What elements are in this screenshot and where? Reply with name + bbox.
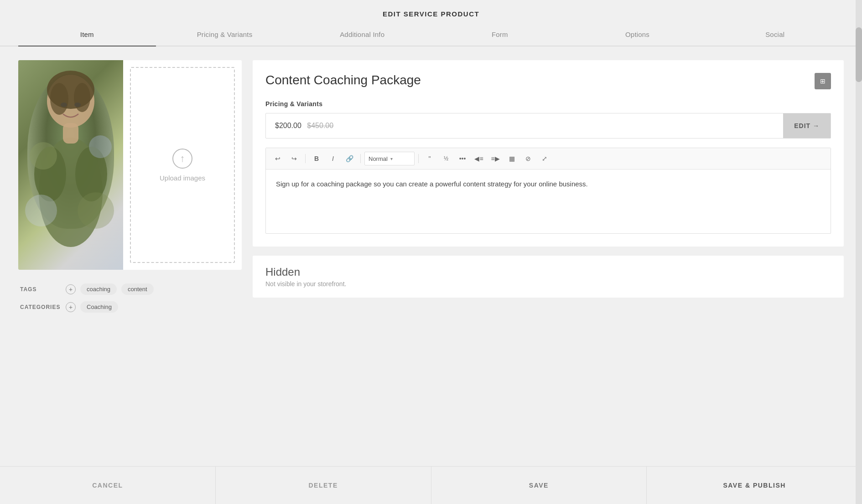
categories-row: CATEGORIES + Coaching (20, 301, 240, 313)
redo-button[interactable]: ↪ (287, 152, 301, 165)
link-button[interactable]: 🔗 (342, 152, 357, 165)
tab-pricing-variants[interactable]: Pricing & Variants (156, 22, 294, 46)
product-menu-button[interactable]: ⊞ (815, 73, 831, 89)
tags-label: TAGS (20, 286, 61, 293)
pricing-row: $200.00 $450.00 EDIT → (265, 113, 831, 139)
editor-text: Sign up for a coaching package so you ca… (276, 180, 588, 188)
tabs-bar: Item Pricing & Variants Additional Info … (0, 22, 862, 46)
product-image (18, 60, 123, 270)
tag-chip-coaching[interactable]: coaching (80, 283, 117, 295)
bullet-button[interactable]: ••• (455, 152, 470, 165)
toolbar-divider-1 (305, 154, 306, 163)
right-panel: Content Coaching Package ⊞ Pricing & Var… (253, 60, 844, 298)
style-selector-value: Normal (369, 155, 388, 162)
categories-label: CATEGORIES (20, 304, 61, 310)
menu-icon: ⊞ (820, 77, 826, 85)
svg-point-11 (89, 135, 112, 158)
svg-rect-7 (63, 123, 78, 144)
svg-point-8 (61, 103, 67, 107)
tab-additional-info[interactable]: Additional Info (293, 22, 431, 46)
tab-options[interactable]: Options (569, 22, 706, 46)
visibility-subtitle: Not visible in your storefront. (265, 280, 831, 288)
expand-button[interactable]: ⤢ (537, 152, 552, 165)
toolbar-divider-3 (418, 154, 419, 163)
visibility-status: Hidden Not visible in your storefront. (253, 256, 844, 298)
clear-format-button[interactable]: ⊘ (521, 152, 535, 165)
editor-toolbar: ↩ ↪ B I 🔗 Normal ▾ " ½ ••• ◀≡ (266, 148, 831, 170)
blockquote-button[interactable]: " (422, 152, 437, 165)
upload-icon: ↑ (172, 149, 192, 169)
indent-button[interactable]: ≡▶ (488, 152, 503, 165)
bold-button[interactable]: B (309, 152, 324, 165)
person-illustration (23, 65, 119, 261)
left-panel: ↑ Upload images TAGS + coaching content … (18, 60, 242, 319)
original-price: $450.00 (307, 122, 333, 129)
edit-pricing-button[interactable]: EDIT → (783, 113, 831, 138)
style-selector[interactable]: Normal ▾ (364, 152, 415, 165)
svg-point-12 (78, 192, 114, 229)
product-card-header: Content Coaching Package ⊞ (265, 73, 831, 89)
page-title: EDIT SERVICE PRODUCT (0, 10, 862, 18)
scrollbar-track[interactable] (856, 0, 862, 504)
chevron-down-icon: ▾ (390, 156, 393, 161)
tab-form[interactable]: Form (431, 22, 569, 46)
editor-section: ↩ ↪ B I 🔗 Normal ▾ " ½ ••• ◀≡ (265, 148, 831, 234)
current-price: $200.00 (275, 122, 301, 129)
svg-point-3 (74, 83, 90, 112)
upload-area[interactable]: ↑ Upload images (130, 67, 235, 263)
pricing-section-label: Pricing & Variants (265, 100, 831, 108)
tag-chip-content[interactable]: content (121, 283, 154, 295)
italic-button[interactable]: I (326, 152, 340, 165)
scrollbar-thumb[interactable] (856, 27, 862, 82)
svg-point-10 (30, 142, 57, 170)
category-chip-coaching[interactable]: Coaching (80, 301, 118, 313)
delete-button[interactable]: DELETE (216, 467, 431, 504)
pricing-section: Pricing & Variants $200.00 $450.00 EDIT … (265, 100, 831, 139)
fraction-button[interactable]: ½ (439, 152, 453, 165)
add-tag-button[interactable]: + (66, 284, 76, 294)
svg-point-2 (50, 83, 68, 115)
save-button[interactable]: SAVE (431, 467, 647, 504)
svg-point-13 (25, 195, 57, 226)
image-section: ↑ Upload images (18, 60, 242, 270)
tab-social[interactable]: Social (706, 22, 844, 46)
bottom-bar: CANCEL DELETE SAVE SAVE & PUBLISH (0, 466, 862, 504)
svg-point-9 (74, 103, 81, 107)
pricing-value: $200.00 $450.00 (266, 113, 783, 138)
cancel-button[interactable]: CANCEL (0, 467, 216, 504)
tab-item[interactable]: Item (18, 22, 156, 46)
toolbar-divider-2 (360, 154, 361, 163)
page-header: EDIT SERVICE PRODUCT (0, 0, 862, 18)
main-content: ↑ Upload images TAGS + coaching content … (0, 46, 862, 333)
tags-section: TAGS + coaching content CATEGORIES + Coa… (18, 283, 242, 313)
save-publish-button[interactable]: SAVE & PUBLISH (647, 467, 862, 504)
visibility-title: Hidden (265, 266, 831, 278)
outdent-button[interactable]: ◀≡ (472, 152, 486, 165)
tags-row: TAGS + coaching content (20, 283, 240, 295)
product-name: Content Coaching Package (265, 73, 421, 87)
table-button[interactable]: ▦ (504, 152, 519, 165)
undo-button[interactable]: ↩ (270, 152, 285, 165)
editor-content[interactable]: Sign up for a coaching package so you ca… (266, 170, 831, 233)
upload-label: Upload images (160, 174, 205, 182)
add-category-button[interactable]: + (66, 302, 76, 312)
product-card: Content Coaching Package ⊞ Pricing & Var… (253, 60, 844, 247)
